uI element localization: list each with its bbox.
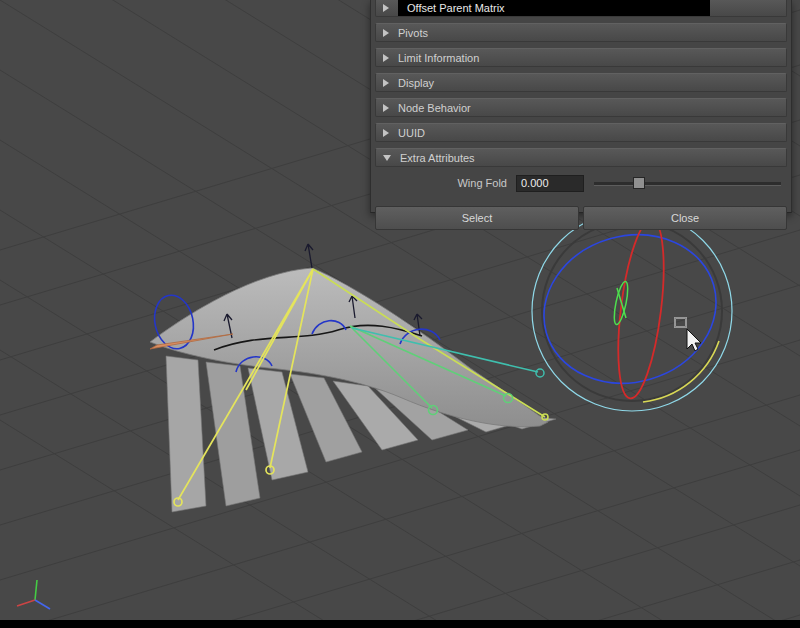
expand-arrow-icon[interactable]: [383, 4, 389, 12]
expand-arrow-icon[interactable]: [383, 104, 389, 112]
bottom-bar: [0, 620, 800, 628]
section-label: Node Behavior: [398, 102, 471, 114]
rotate-manipulator[interactable]: [526, 211, 734, 411]
close-button[interactable]: Close: [583, 206, 787, 230]
section-label: UUID: [398, 127, 425, 139]
section-display[interactable]: Display: [375, 73, 787, 92]
section-extra-attributes[interactable]: Extra Attributes: [375, 148, 787, 167]
section-label: Limit Information: [398, 52, 479, 64]
section-label: Display: [398, 77, 434, 89]
select-button[interactable]: Select: [375, 206, 579, 230]
manip-outer-ring[interactable]: [532, 211, 732, 411]
collapse-arrow-icon[interactable]: [383, 155, 391, 161]
maya-viewport-window: Offset Parent Matrix Pivots Limit Inform…: [0, 0, 800, 628]
wing-fold-input[interactable]: [516, 175, 584, 192]
manip-sphere-outline: [542, 221, 722, 401]
expand-arrow-icon[interactable]: [383, 54, 389, 62]
panel-buttons: Select Close: [375, 206, 787, 230]
section-limit-information[interactable]: Limit Information: [375, 48, 787, 67]
view-axis-gizmo: [17, 580, 50, 609]
cursor: [675, 318, 701, 351]
slider-track: [594, 182, 781, 186]
rotate-z-ring[interactable]: [526, 215, 734, 403]
section-label: Extra Attributes: [400, 152, 475, 164]
wing-fold-slider[interactable]: [594, 175, 781, 191]
expand-arrow-icon[interactable]: [383, 29, 389, 37]
wing-fold-attribute-row: Wing Fold: [375, 173, 787, 193]
section-label: Pivots: [398, 27, 428, 39]
wing-fold-label: Wing Fold: [375, 177, 516, 189]
expand-arrow-icon[interactable]: [383, 79, 389, 87]
section-pivots[interactable]: Pivots: [375, 23, 787, 42]
rotate-x-ring[interactable]: [610, 217, 672, 401]
section-label: Offset Parent Matrix: [398, 0, 710, 16]
attribute-editor-panel: Offset Parent Matrix Pivots Limit Inform…: [370, 0, 792, 213]
expand-arrow-icon[interactable]: [383, 129, 389, 137]
section-uuid[interactable]: UUID: [375, 123, 787, 142]
section-offset-parent-matrix[interactable]: Offset Parent Matrix: [375, 0, 787, 17]
section-node-behavior[interactable]: Node Behavior: [375, 98, 787, 117]
slider-handle[interactable]: [633, 177, 645, 189]
